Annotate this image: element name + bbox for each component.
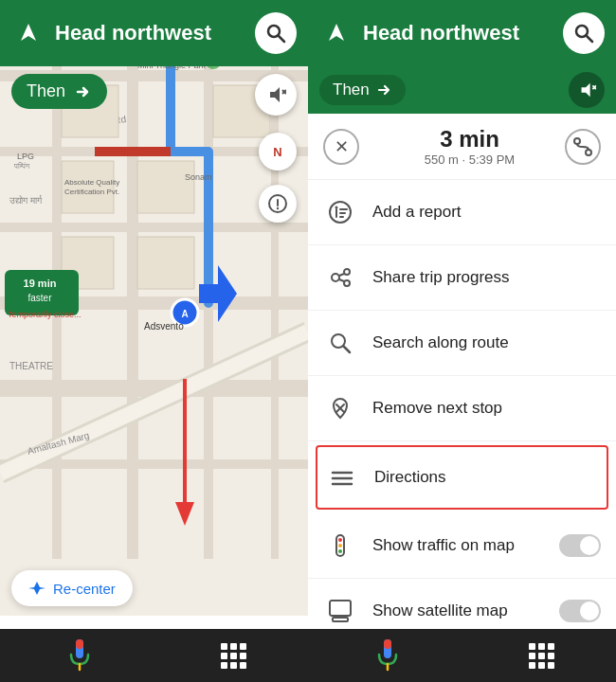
- svg-text:THEATRE: THEATRE: [9, 361, 53, 371]
- satellite-toggle[interactable]: [559, 600, 601, 622]
- svg-point-50: [277, 207, 279, 209]
- svg-rect-30: [137, 161, 194, 213]
- svg-text:LPG: LPG: [17, 152, 34, 161]
- svg-marker-45: [270, 87, 280, 102]
- right-search-button[interactable]: [563, 12, 605, 54]
- share-trip-icon: [323, 260, 357, 295]
- compass-indicator: N: [259, 133, 297, 170]
- right-mic-icon[interactable]: [371, 638, 405, 673]
- svg-line-59: [587, 36, 593, 43]
- svg-rect-93: [384, 639, 391, 649]
- svg-point-85: [338, 544, 342, 547]
- svg-point-63: [574, 138, 580, 144]
- menu-item-share-trip[interactable]: Share trip progress: [308, 245, 616, 311]
- right-route-options-button[interactable]: [565, 129, 601, 165]
- right-header: Head northwest: [308, 0, 616, 66]
- compass-label: N: [273, 145, 281, 159]
- directions-label: Directions: [374, 468, 599, 487]
- traffic-label: Show traffic on map: [372, 536, 559, 555]
- svg-text:Sonam: Sonam: [185, 172, 212, 182]
- svg-rect-33: [137, 237, 194, 289]
- traffic-toggle[interactable]: [559, 534, 601, 557]
- left-then-button[interactable]: Then: [11, 74, 107, 109]
- svg-text:Temporarily close...: Temporarily close...: [8, 310, 82, 319]
- add-report-label: Add a report: [372, 203, 601, 222]
- svg-text:19 min: 19 min: [24, 278, 57, 289]
- search-route-label: Search along route: [372, 333, 601, 352]
- svg-text:faster: faster: [27, 293, 52, 303]
- report-icon: [323, 195, 357, 229]
- svg-text:Certification Pvt.: Certification Pvt.: [64, 188, 119, 196]
- svg-marker-60: [582, 83, 590, 98]
- menu-item-add-report[interactable]: Add a report: [308, 180, 616, 245]
- menu-item-satellite[interactable]: Show satellite map: [308, 579, 616, 629]
- right-grid-icon[interactable]: [529, 643, 554, 669]
- svg-line-44: [279, 36, 285, 43]
- right-mute-button[interactable]: [569, 72, 605, 108]
- svg-text:A: A: [181, 309, 188, 319]
- right-header-title: Head northwest: [363, 21, 563, 45]
- svg-line-74: [339, 274, 344, 276]
- menu-item-remove-stop[interactable]: Remove next stop: [308, 376, 616, 441]
- svg-rect-55: [76, 639, 83, 649]
- right-close-button[interactable]: ✕: [323, 129, 359, 165]
- menu-item-directions[interactable]: Directions: [316, 445, 608, 510]
- svg-marker-57: [329, 24, 344, 41]
- left-report-button[interactable]: [259, 185, 297, 223]
- left-header-title: Head northwest: [55, 21, 255, 45]
- left-mute-button[interactable]: [255, 74, 297, 116]
- right-then-bar: Then: [308, 66, 616, 114]
- search-route-icon: [323, 326, 357, 360]
- svg-point-73: [344, 280, 350, 286]
- svg-text:पम्पिंग: पम्पिंग: [13, 162, 30, 170]
- left-mic-icon[interactable]: [63, 638, 97, 673]
- menu-item-search-route[interactable]: Search along route: [308, 311, 616, 376]
- svg-point-64: [586, 150, 591, 155]
- left-map-panel: A Taksal Rd उद्योग मार्ग THEATRE Amaltas…: [0, 0, 308, 682]
- remove-stop-label: Remove next stop: [372, 399, 601, 418]
- right-eta-details: 550 m · 5:39 PM: [374, 153, 565, 167]
- satellite-icon: [323, 594, 357, 628]
- svg-point-72: [344, 269, 350, 275]
- direction-arrow-icon: [11, 16, 45, 50]
- satellite-label: Show satellite map: [372, 601, 559, 620]
- then-label: Then: [27, 81, 65, 101]
- directions-icon: [325, 460, 359, 494]
- right-then-pill[interactable]: Then: [319, 75, 406, 105]
- recenter-label: Re-center: [53, 581, 116, 597]
- menu-item-traffic[interactable]: Show traffic on map: [308, 513, 616, 579]
- right-direction-arrow-icon: [319, 16, 353, 50]
- right-time: 3 min: [374, 126, 565, 153]
- svg-point-84: [338, 538, 342, 542]
- remove-stop-icon: [323, 391, 357, 425]
- svg-text:Absolute Quality: Absolute Quality: [64, 178, 119, 187]
- svg-point-86: [338, 549, 342, 553]
- svg-line-75: [339, 279, 344, 281]
- svg-line-77: [344, 347, 351, 353]
- share-trip-label: Share trip progress: [372, 268, 601, 287]
- svg-marker-51: [28, 582, 45, 595]
- right-menu-panel: Head northwest Then ✕ 3 min: [308, 0, 616, 682]
- right-then-label: Then: [333, 81, 370, 99]
- right-time-summary: ✕ 3 min 550 m · 5:39 PM: [308, 114, 616, 180]
- left-system-nav: [0, 629, 308, 682]
- svg-rect-87: [330, 601, 351, 616]
- recenter-button[interactable]: Re-center: [11, 570, 133, 606]
- svg-text:Adsvento: Adsvento: [144, 321, 184, 332]
- left-grid-icon[interactable]: [221, 643, 246, 669]
- left-header: Head northwest: [0, 0, 308, 66]
- svg-point-67: [335, 206, 338, 209]
- svg-rect-88: [333, 618, 348, 621]
- left-search-button[interactable]: [255, 12, 297, 54]
- right-time-info: 3 min 550 m · 5:39 PM: [374, 126, 565, 167]
- right-menu-list: Add a report Share trip progress: [308, 180, 616, 629]
- svg-marker-42: [21, 24, 36, 41]
- svg-text:उद्योग मार्ग: उद्योग मार्ग: [9, 195, 43, 206]
- right-system-nav: [308, 629, 616, 682]
- traffic-icon: [323, 529, 357, 563]
- svg-point-71: [332, 274, 339, 281]
